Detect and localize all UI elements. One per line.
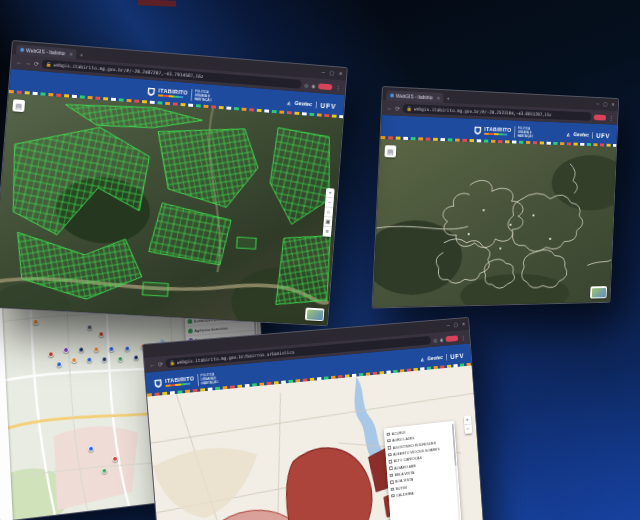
menu-icon[interactable]: ⋮	[335, 84, 341, 90]
reload-icon[interactable]: ⟳	[395, 105, 400, 111]
new-tab-button[interactable]: +	[446, 93, 450, 103]
checkbox[interactable]	[388, 446, 391, 450]
url-text: webgis.itabirito.mg.gov.br/#/-20.2523104…	[414, 106, 552, 117]
ufv-label: UFV	[446, 352, 465, 360]
city-crest-icon	[153, 378, 162, 389]
layer-label: Agências bancárias	[194, 326, 228, 334]
new-tab-button[interactable]: +	[79, 49, 83, 59]
tab-close-icon[interactable]: ✕	[436, 95, 440, 100]
close-button[interactable]: ✕	[338, 67, 343, 80]
window-districts-map: ─ ▢ ✕ ← ⟳ 🔒 webgis.itabirito.mg.gov.br/b…	[142, 317, 486, 520]
parcels-map-canvas[interactable]: ▤ + − ⌂ ▣ ≡	[0, 93, 343, 325]
extension-badge[interactable]	[594, 114, 607, 120]
extension-badge[interactable]	[445, 335, 458, 342]
city-name: ITABIRITO	[484, 127, 511, 133]
geotec-logo-icon: ◭	[421, 356, 425, 362]
checkbox[interactable]	[387, 439, 390, 443]
streets-satellite-map	[373, 139, 617, 307]
minimize-button[interactable]: ─	[321, 66, 325, 79]
minimize-button[interactable]: ─	[446, 319, 450, 331]
back-icon[interactable]: ←	[16, 59, 22, 65]
city-brand: ITABIRITO POLÍTICA URBANA E HABITAÇÃO	[153, 372, 218, 390]
map-tool-button[interactable]: ⌂	[324, 207, 333, 217]
checkbox[interactable]	[388, 453, 391, 457]
geotec-label: Geotec	[294, 100, 312, 107]
partner-logos: ◭ Geotec UFV	[421, 352, 465, 363]
window-streets-map: WebGIS - Itabirito ✕ + ─ ▢ ✕ ← ⟳ 🔒 webgi…	[372, 86, 620, 309]
zoom-out-button[interactable]: −	[464, 424, 472, 434]
tab-favicon-icon	[390, 93, 394, 97]
account-icon[interactable]: ◉	[311, 82, 316, 88]
tab-close-icon[interactable]: ✕	[69, 51, 73, 56]
checkbox[interactable]	[391, 494, 394, 498]
checkbox[interactable]	[390, 474, 393, 478]
checkbox[interactable]	[391, 487, 394, 491]
layer-color-dot	[188, 319, 193, 324]
dept-label: POLÍTICA URBANA E HABITAÇÃO	[197, 372, 219, 386]
map-tool-button[interactable]: −	[325, 197, 334, 207]
extension-icon[interactable]: ◎	[433, 337, 437, 343]
geotec-logo-icon: ◭	[287, 99, 291, 105]
close-button[interactable]: ✕	[611, 99, 615, 111]
tab-favicon-icon	[20, 48, 24, 52]
checkbox[interactable]	[390, 480, 393, 484]
city-brand: ITABIRITO POLÍTICA URBANA E HABITAÇÃO	[146, 86, 212, 103]
checkbox[interactable]	[389, 460, 392, 464]
map-tool-button[interactable]: ≡	[323, 227, 332, 237]
forward-icon[interactable]: →	[25, 60, 31, 66]
maximize-button[interactable]: ▢	[453, 319, 458, 331]
geotec-label: Geotec	[573, 131, 589, 137]
reload-icon[interactable]: ⟳	[158, 361, 163, 367]
layer-color-dot	[188, 328, 193, 333]
city-crest-icon	[473, 126, 481, 136]
districts-legend-panel: ACURUÍ AGRO LAJES AGOSTINHO RODRIGUES	[384, 420, 465, 520]
scene: Iluminação pública Agências bancárias Es…	[0, 0, 640, 520]
district-name: CALDEIRA	[396, 491, 414, 498]
extension-badge[interactable]	[318, 83, 332, 90]
menu-icon[interactable]: ⋮	[608, 115, 613, 121]
window-parcels-map: WebGIS - Itabirito ✕ + ─ ▢ ✕ ← → ⟳ 🔒 web…	[0, 40, 348, 326]
tab-title: WebGIS - Itabirito	[396, 93, 433, 101]
parcels-satellite-map	[0, 93, 343, 325]
extension-icon[interactable]: ◎	[304, 82, 309, 88]
ufv-label: UFV	[316, 101, 337, 109]
lock-icon: 🔒	[406, 106, 412, 111]
back-icon[interactable]: ←	[387, 105, 393, 111]
map-zoom-control: + −	[463, 415, 472, 434]
geotec-logo-icon: ◭	[567, 131, 570, 137]
lock-icon: 🔒	[46, 62, 52, 67]
basemap-thumbnail[interactable]	[305, 308, 325, 322]
maximize-button[interactable]: ▢	[329, 67, 334, 80]
maximize-button[interactable]: ▢	[603, 98, 607, 110]
ufv-label: UFV	[592, 132, 610, 139]
geotec-label: Geotec	[427, 354, 443, 361]
reload-icon[interactable]: ⟳	[34, 60, 39, 66]
minimize-button[interactable]: ─	[596, 98, 599, 110]
layers-button[interactable]: ▤	[384, 145, 396, 157]
checkbox[interactable]	[389, 467, 392, 471]
map-tool-button[interactable]: ▣	[323, 217, 332, 227]
city-brand: ITABIRITO POLÍTICA URBANA E HABITAÇÃO	[473, 125, 533, 139]
window-controls: ─ ▢ ✕	[596, 98, 615, 111]
partner-logos: ◭ Geotec UFV	[567, 131, 611, 139]
city-brand-squares	[484, 133, 507, 136]
back-icon[interactable]: ←	[149, 361, 155, 367]
basemap-thumbnail[interactable]	[590, 286, 607, 298]
account-icon[interactable]: ◉	[439, 336, 443, 342]
close-button[interactable]: ✕	[461, 318, 465, 330]
cropped-window-edge	[138, 0, 176, 7]
partner-logos: ◭ Geotec UFV	[287, 99, 337, 110]
dept-label: POLÍTICA URBANA E HABITAÇÃO	[190, 89, 212, 102]
lock-icon: 🔒	[169, 360, 175, 365]
map-tool-button[interactable]: +	[326, 188, 335, 198]
checkbox[interactable]	[387, 432, 390, 436]
menu-icon[interactable]: ⋮	[460, 334, 465, 340]
dept-label: POLÍTICA URBANA E HABITAÇÃO	[514, 126, 534, 138]
city-crest-icon	[146, 87, 155, 98]
streets-map-canvas[interactable]: ▤	[373, 139, 617, 307]
layers-button[interactable]: ▤	[12, 99, 25, 112]
